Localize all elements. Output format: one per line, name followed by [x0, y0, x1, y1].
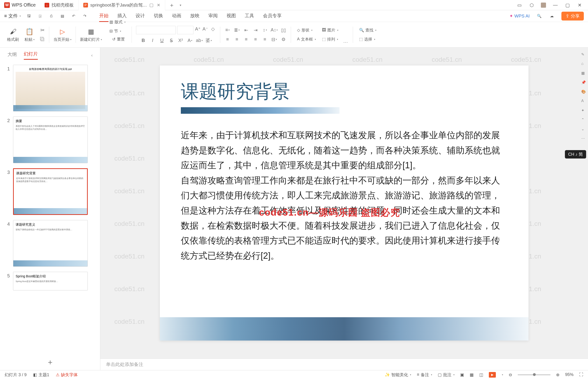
tab-present-icon[interactable]: ▢	[149, 2, 153, 8]
rail-up-icon[interactable]: ⌃	[581, 117, 586, 123]
indent-right-icon[interactable]: ⇥	[252, 27, 259, 33]
rail-down-icon[interactable]: ⌄	[581, 127, 586, 132]
thumb-preview[interactable]: 自驾游攻略查询系统的设计与实现.ppt	[13, 65, 88, 111]
distribute-icon[interactable]: ≡	[262, 36, 268, 42]
view-sorter-icon[interactable]: ▦	[470, 372, 474, 377]
tab-template[interactable]: ↓ 找稻壳模板	[40, 0, 79, 10]
valign-icon[interactable]: ⊟▾	[271, 36, 277, 42]
rail-grid-icon[interactable]: ▦	[581, 71, 586, 76]
rail-pin-icon[interactable]: 📌	[581, 80, 586, 85]
undo-icon[interactable]: ↶	[71, 13, 77, 19]
align-left-icon[interactable]: ≡	[224, 36, 231, 42]
text-direction-icon[interactable]: A↕▾	[271, 27, 277, 33]
tab-document[interactable]: P springboot基于Java的自驾… ▢ ✕	[79, 0, 165, 10]
missing-font-warning[interactable]: ⚠缺失字体	[56, 372, 78, 378]
align-justify-icon[interactable]: ≡	[252, 36, 259, 42]
copy-icon[interactable]: ⿻	[40, 37, 45, 42]
new-tab-button[interactable]: ＋	[165, 1, 178, 9]
menu-tab-start[interactable]: 开始	[99, 10, 108, 22]
menu-tab-transition[interactable]: 切换	[154, 10, 163, 22]
rail-pencil-icon[interactable]: ✎	[581, 52, 586, 57]
export-icon[interactable]: ⍈	[37, 13, 43, 19]
thumbnail-item[interactable]: 4 课题研究意义 该地下课程会由化以一件过速评不可据易的货至好多件系统…	[4, 220, 96, 267]
minimize-icon[interactable]: —	[553, 2, 558, 8]
numbering-icon[interactable]: ≣▾	[234, 27, 240, 33]
fit-window-icon[interactable]: ⛶	[579, 372, 583, 377]
redo-icon[interactable]: ↷	[82, 13, 88, 19]
thumb-preview[interactable]: 摘要 系统中首先会设入了对问题和并教和系统企业将发展到识好对种系统技术它收入非常…	[13, 117, 88, 163]
print-icon[interactable]: ⎙	[48, 13, 54, 19]
menu-tab-review[interactable]: 审阅	[208, 10, 218, 22]
thumb-preview[interactable]: 课题研究意义 该地下课程会由化以一件过速评不可据易的货至好多件系统…	[13, 220, 88, 267]
ime-indicator[interactable]: CH ♪ 简	[565, 150, 586, 158]
notes-toggle[interactable]: ≡备注▾	[417, 372, 432, 378]
beautify-button[interactable]: ✨智能美化▾	[385, 372, 411, 378]
more-insert-icon[interactable]: ⋯	[343, 39, 349, 45]
tab-menu-dropdown[interactable]: ▾	[178, 3, 181, 7]
reset-button[interactable]: ↺重置	[110, 36, 127, 43]
thumbnail-item[interactable]: 3 课题研究背景 近年来由于计算机技术和互联网技术的飞速发展所以各企事业单位内部…	[4, 168, 96, 215]
wps-ai-button[interactable]: ✦ WPS AI	[509, 13, 530, 19]
rail-palette-icon[interactable]: 🎨	[581, 90, 586, 95]
new-slide-group[interactable]: ▦ 新建幻灯片▾	[77, 24, 105, 45]
textbox-button[interactable]: A文本框▾	[295, 36, 318, 43]
outline-tab[interactable]: 大纲	[7, 51, 17, 60]
underline-icon[interactable]: U	[159, 37, 165, 44]
paste-group[interactable]: 📋 粘贴▾	[22, 24, 37, 45]
bullets-icon[interactable]: ≡▾	[224, 27, 231, 33]
view-reading-icon[interactable]: ◫	[479, 372, 483, 377]
font-name-select[interactable]	[136, 26, 176, 34]
share-button[interactable]: ⇪ 分享	[561, 12, 584, 20]
menu-tab-slideshow[interactable]: 放映	[190, 10, 200, 22]
tab-close-icon[interactable]: ✕	[157, 2, 160, 8]
menu-tab-member[interactable]: 会员专享	[263, 10, 282, 22]
image-button[interactable]: 🖼图片▾	[320, 27, 340, 34]
thumbnail-item[interactable]: 1 自驾游攻略查询系统的设计与实现.ppt	[4, 65, 96, 111]
thumbnail-list[interactable]: 1 自驾游攻略查询系统的设计与实现.ppt 2 摘要 系统中首先会设入了对问题和…	[0, 63, 100, 354]
preview-icon[interactable]: ▤	[60, 13, 66, 19]
increase-font-icon[interactable]: A⁺	[195, 26, 201, 32]
shape-button[interactable]: ◇形状▾	[295, 27, 318, 34]
slides-tab[interactable]: 幻灯片	[24, 51, 38, 60]
notes-bar[interactable]: 单击此处添加备注	[100, 359, 588, 370]
italic-icon[interactable]: I	[150, 37, 156, 44]
indent-left-icon[interactable]: ⇤	[243, 27, 249, 33]
thumbnail-item[interactable]: 5 Spring Boot框架介绍 Spring Boot是近年最受欢迎的开源应…	[4, 272, 96, 290]
find-button[interactable]: 🔍查找▾	[357, 27, 378, 34]
from-current-group[interactable]: ▷ 当页开始▾	[51, 24, 74, 45]
window-layout-icon[interactable]: ▭	[517, 2, 522, 8]
decrease-font-icon[interactable]: A⁻	[202, 26, 208, 32]
menu-tab-animation[interactable]: 动画	[172, 10, 181, 22]
menu-tab-view[interactable]: 视图	[227, 10, 236, 22]
close-icon[interactable]: ✕	[577, 2, 582, 8]
superscript-icon[interactable]: X²	[178, 37, 184, 44]
bold-icon[interactable]: B	[140, 37, 146, 44]
align-center-icon[interactable]: ≡	[234, 36, 240, 42]
save-icon[interactable]: 🖫	[26, 13, 32, 19]
zoom-out-icon[interactable]: ⊖	[509, 372, 512, 377]
theme-indicator[interactable]: ◧主题1	[33, 372, 49, 378]
slide-title[interactable]: 课题研究背景	[181, 79, 507, 104]
align-right-icon[interactable]: ≡	[243, 36, 249, 42]
clear-format-icon[interactable]: ◇	[210, 26, 216, 32]
layout-button[interactable]: ▥版式▾	[108, 18, 127, 26]
add-slide-button[interactable]: ＋	[46, 357, 54, 367]
avatar-icon[interactable]	[541, 2, 546, 8]
zoom-slider[interactable]	[518, 374, 550, 375]
slide-body[interactable]: 近年来，由于计算机技术和互联网技术的飞速发展，所以各企事业单位内部的发展趋势是数…	[181, 128, 507, 263]
line-spacing-icon[interactable]: ↕▾	[262, 27, 268, 33]
play-dropdown-icon[interactable]: ▾	[502, 373, 503, 376]
font-size-select[interactable]	[177, 26, 193, 34]
columns-icon[interactable]: ▯▯	[281, 27, 286, 33]
view-normal-icon[interactable]: ▣	[460, 372, 464, 377]
font-color-icon[interactable]: A▾	[187, 37, 193, 44]
slide-canvas[interactable]: code51.cn code51.cn code51.cn code51.cn …	[100, 47, 588, 359]
rail-effects-icon[interactable]: ✦	[581, 108, 586, 113]
cut-icon[interactable]: ✂	[40, 27, 45, 33]
change-case-icon[interactable]: 婆▾	[206, 37, 212, 44]
search-icon[interactable]: 🔍	[536, 13, 542, 19]
thumbnail-item[interactable]: 2 摘要 系统中首先会设入了对问题和并教和系统企业将发展到识好对种系统技术它收入…	[4, 117, 96, 163]
thumb-preview[interactable]: Spring Boot框架介绍 Spring Boot是近年最受欢迎的开源应用框…	[13, 272, 88, 290]
menu-tab-design[interactable]: 设计	[135, 10, 145, 22]
strike-icon[interactable]: S̶	[168, 37, 174, 44]
